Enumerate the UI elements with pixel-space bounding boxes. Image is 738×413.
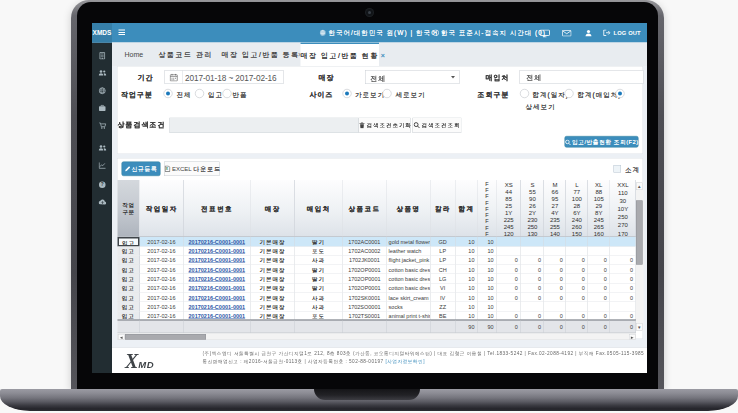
svg-text:X: X bbox=[166, 168, 169, 172]
svg-text:?: ? bbox=[101, 182, 104, 187]
